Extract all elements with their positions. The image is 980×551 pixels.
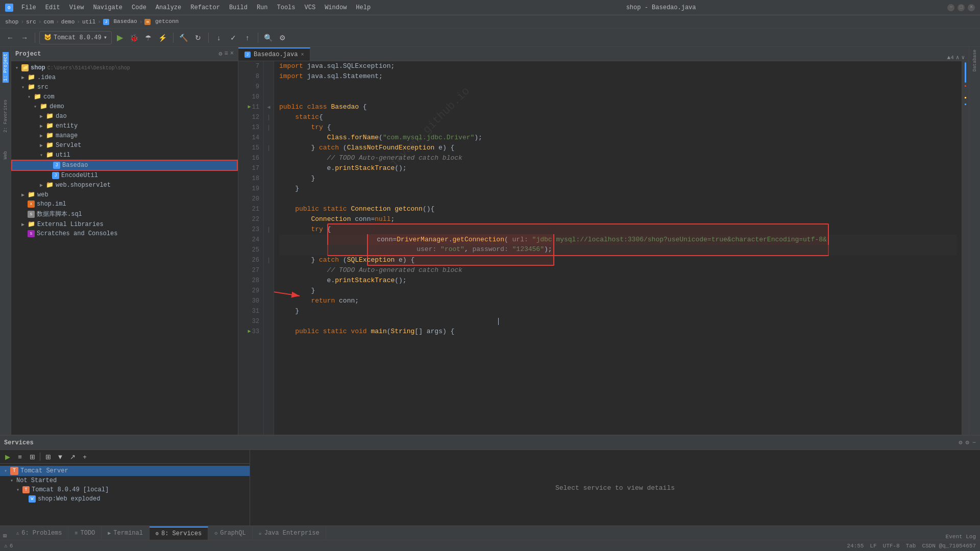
- settings-icon[interactable]: ⚙: [959, 439, 962, 446]
- build-button[interactable]: 🔨: [178, 32, 190, 44]
- collapse-icon[interactable]: ∨: [961, 54, 965, 61]
- profile-button[interactable]: ⚡: [157, 32, 169, 44]
- vcs-push-button[interactable]: ↑: [241, 32, 254, 44]
- tab-terminal[interactable]: ▶ Terminal: [102, 527, 150, 540]
- menu-build[interactable]: Build: [225, 3, 252, 12]
- tree-item-dao[interactable]: ▶ 📁 dao: [11, 111, 238, 121]
- tab-problems[interactable]: ⚠ 6: Problems: [10, 527, 68, 540]
- tree-item-shop[interactable]: ▾ 📁 shop C:\Users\51414\Desktop\shop: [11, 63, 238, 72]
- tree-item-shopiml[interactable]: X shop.iml: [11, 199, 238, 209]
- menu-vcs[interactable]: VCS: [301, 3, 320, 12]
- run-button[interactable]: ▶: [114, 32, 126, 44]
- encoding[interactable]: UTF-8: [883, 543, 900, 549]
- fold-marker-23[interactable]: │: [264, 224, 274, 235]
- fold-marker-26[interactable]: │: [264, 255, 274, 265]
- database-label[interactable]: Database: [972, 49, 977, 71]
- tree-item-extlibs[interactable]: ▶ 📁 External Libraries: [11, 219, 238, 229]
- tree-item-idea[interactable]: ▶ 📁 .idea: [11, 72, 238, 82]
- gear-settings-icon[interactable]: ⚙: [218, 50, 222, 58]
- services-web-exploded[interactable]: W shop:Web exploded: [0, 494, 250, 504]
- expand-icon[interactable]: ≡: [225, 50, 228, 58]
- tab-todo[interactable]: ≡ TODO: [68, 527, 102, 540]
- fold-marker-12[interactable]: │: [264, 112, 274, 122]
- services-collapse-button[interactable]: ≡: [14, 451, 26, 462]
- tree-item-encodeutil[interactable]: J EncodeUtil: [11, 171, 238, 180]
- menu-code[interactable]: Code: [128, 3, 151, 12]
- breadcrumb-demo[interactable]: demo: [61, 19, 75, 25]
- menu-edit[interactable]: Edit: [41, 3, 64, 12]
- tab-basedao[interactable]: J Basedao.java ×: [238, 47, 310, 61]
- folder-icon: 📁: [28, 220, 35, 228]
- tree-item-webshopservlet[interactable]: ▶ 📁 web.shopservlet: [11, 180, 238, 190]
- line-separator[interactable]: LF: [870, 543, 876, 549]
- breadcrumb-util[interactable]: util: [82, 19, 95, 25]
- maximize-button[interactable]: □: [958, 4, 965, 11]
- minimize-button[interactable]: −: [947, 4, 954, 11]
- breadcrumb-shop[interactable]: shop: [5, 19, 18, 25]
- tab-services[interactable]: ⚙ 8: Services: [150, 527, 208, 540]
- coverage-button[interactable]: ☂: [142, 32, 155, 44]
- vcs-commit-button[interactable]: ✓: [227, 32, 239, 44]
- services-tomcat-server[interactable]: ▾ T Tomcat Server: [0, 466, 250, 476]
- menu-window[interactable]: Window: [321, 3, 351, 12]
- project-panel-label[interactable]: 1: Project: [3, 52, 9, 83]
- vcs-update-button[interactable]: ↓: [213, 32, 225, 44]
- minimize-icon[interactable]: −: [972, 439, 976, 446]
- close-button[interactable]: ×: [968, 4, 975, 11]
- tab-info[interactable]: Tab: [906, 543, 916, 549]
- tree-item-servlet[interactable]: ▶ 📁 Servlet: [11, 140, 238, 150]
- gear-icon[interactable]: ⚙: [966, 439, 969, 446]
- event-log-button[interactable]: Event Log: [942, 534, 980, 540]
- web-label[interactable]: Web: [3, 149, 9, 161]
- search-everywhere-button[interactable]: 🔍: [262, 32, 275, 44]
- restore-icon[interactable]: ⊞: [3, 532, 7, 540]
- tree-item-scratches[interactable]: S Scratches and Consoles: [11, 229, 238, 238]
- services-group-button[interactable]: ⊞: [42, 451, 54, 462]
- tree-item-src[interactable]: ▾ 📁 src: [11, 82, 238, 92]
- breadcrumb-basedao[interactable]: J Basedao: [103, 18, 137, 25]
- problems-status[interactable]: ⚠ 6: [4, 542, 13, 549]
- breadcrumb-src[interactable]: src: [26, 19, 36, 25]
- services-jump-button[interactable]: ↗: [67, 451, 78, 462]
- favorites-label[interactable]: 2: Favorites: [3, 98, 9, 134]
- tree-item-basedao[interactable]: J Basedao: [11, 160, 238, 171]
- sync-button[interactable]: ↻: [192, 32, 204, 44]
- menu-run[interactable]: Run: [253, 3, 272, 12]
- cursor-position[interactable]: 24:55: [847, 543, 864, 549]
- services-run-button[interactable]: ▶: [2, 451, 13, 462]
- tree-item-demo[interactable]: ▾ 📁 demo: [11, 102, 238, 111]
- settings-button[interactable]: ⚙: [277, 32, 289, 44]
- breadcrumb-com[interactable]: com: [43, 19, 54, 25]
- tree-item-util[interactable]: ▾ 📁 util: [11, 150, 238, 160]
- expand-icon[interactable]: ∧: [956, 54, 960, 61]
- navigate-forward-button[interactable]: →: [18, 32, 31, 44]
- close-panel-icon[interactable]: ×: [230, 50, 234, 58]
- menu-file[interactable]: File: [17, 3, 40, 12]
- fold-marker-13[interactable]: │: [264, 122, 274, 133]
- tab-graphql[interactable]: ◇ GraphQL: [208, 527, 252, 540]
- menu-navigate[interactable]: Navigate: [89, 3, 127, 12]
- tree-item-com[interactable]: ▾ 📁 com: [11, 92, 238, 102]
- navigate-back-button[interactable]: ←: [4, 32, 16, 44]
- fold-marker-15[interactable]: │: [264, 143, 274, 153]
- menu-analyze[interactable]: Analyze: [152, 3, 185, 12]
- tree-item-entity[interactable]: ▶ 📁 entity: [11, 121, 238, 131]
- fold-marker-11[interactable]: ◀: [264, 102, 274, 112]
- tab-javaenterprise[interactable]: ☕ Java Enterprise: [253, 527, 326, 540]
- tree-item-web[interactable]: ▶ 📁 web: [11, 190, 238, 199]
- tree-item-manage[interactable]: ▶ 📁 manage: [11, 131, 238, 140]
- menu-tools[interactable]: Tools: [273, 3, 300, 12]
- menu-view[interactable]: View: [65, 3, 88, 12]
- services-add-button[interactable]: +: [79, 451, 90, 462]
- menu-refactor[interactable]: Refactor: [186, 3, 224, 12]
- tree-item-sql[interactable]: S 数据库脚本.sql: [11, 209, 238, 219]
- services-expand-button[interactable]: ⊞: [27, 451, 38, 462]
- tab-close-button[interactable]: ×: [301, 52, 304, 58]
- services-tomcat-instance[interactable]: ▾ T Tomcat 8.0.49 [local]: [0, 485, 250, 494]
- debug-button[interactable]: 🐞: [128, 32, 140, 44]
- breadcrumb-getconn[interactable]: m getconn: [144, 18, 179, 25]
- run-configuration[interactable]: 🐱 Tomcat 8.0.49 ▾: [39, 31, 112, 44]
- menu-help[interactable]: Help: [352, 3, 375, 12]
- services-filter-button[interactable]: ▼: [55, 451, 66, 462]
- services-not-started[interactable]: ▾ Not Started: [0, 476, 250, 485]
